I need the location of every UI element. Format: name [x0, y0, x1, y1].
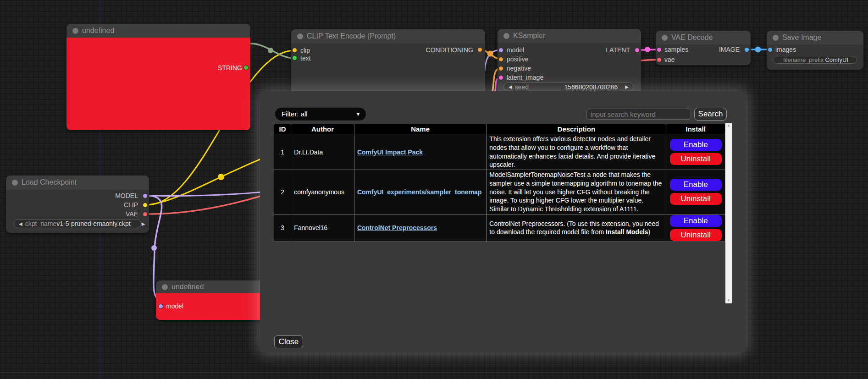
output-port-model[interactable]: [143, 193, 148, 198]
output-port-string[interactable]: [243, 65, 249, 70]
cell-author: Fannovel16: [291, 214, 354, 242]
node-load-checkpoint[interactable]: Load Checkpoint MODEL CLIP VAE ◀ ckpt_na…: [6, 176, 149, 233]
output-port-clip[interactable]: [143, 203, 148, 208]
seed-widget-value: 156680208700286: [564, 83, 618, 91]
node-title-bar[interactable]: VAE Decode: [656, 31, 751, 44]
output-slot-vae: VAE: [126, 210, 138, 218]
input-slot-positive: positive: [507, 55, 528, 63]
output-port-conditioning[interactable]: [477, 47, 482, 52]
scroll-down-icon[interactable]: ▼: [727, 298, 730, 303]
node-collapse-dot[interactable]: [662, 35, 668, 41]
extension-link[interactable]: ComfyUI Impact Pack: [357, 148, 423, 156]
node-vae-decode[interactable]: VAE Decode samples vae IMAGE: [656, 31, 751, 65]
output-port-vae[interactable]: [143, 212, 148, 217]
node-title-bar[interactable]: KSampler: [498, 29, 641, 43]
node-title-bar[interactable]: undefined: [66, 24, 250, 38]
node-collapse-dot[interactable]: [297, 33, 303, 39]
input-slot-model: model: [166, 302, 183, 310]
filter-dropdown[interactable]: Filter: all ▾: [275, 108, 366, 121]
table-header-row: ID Author Name Description Install: [274, 124, 725, 134]
input-port-model[interactable]: [498, 48, 503, 53]
ckpt-next-arrow[interactable]: ▶: [142, 221, 145, 226]
enable-button[interactable]: Enable: [670, 179, 722, 191]
filename-prefix-widget[interactable]: filename_prefix ComfyUI: [773, 56, 857, 64]
uninstall-button[interactable]: Uninstall: [670, 153, 722, 165]
input-slot-latent-image: latent_image: [507, 74, 543, 81]
cell-description: ModelSamplerTonemapNoiseTest a node that…: [487, 170, 666, 214]
input-slot-model: model: [507, 46, 524, 54]
input-slot-images: images: [775, 46, 796, 53]
header-name: Name: [354, 124, 486, 134]
header-author: Author: [291, 124, 354, 134]
node-undefined-top[interactable]: undefined STRING: [66, 24, 250, 130]
input-port-samples[interactable]: [657, 47, 662, 52]
input-slot-vae: vae: [664, 56, 675, 63]
node-title-bar[interactable]: Save Image: [767, 31, 863, 44]
output-port-image[interactable]: [744, 47, 749, 52]
input-port-negative[interactable]: [498, 66, 503, 71]
extensions-table: ID Author Name Description Install 1 Dr.…: [274, 124, 725, 242]
ckpt-prev-arrow[interactable]: ◀: [19, 221, 22, 226]
chevron-down-icon: ▾: [357, 108, 359, 121]
node-collapse-dot[interactable]: [773, 35, 779, 41]
cell-id: 2: [274, 170, 291, 214]
output-slot-clip: CLIP: [124, 201, 138, 209]
input-port-clip[interactable]: [292, 48, 297, 53]
node-title-bar[interactable]: Load Checkpoint: [6, 176, 149, 189]
input-port-model[interactable]: [158, 304, 163, 309]
output-port-latent[interactable]: [635, 48, 640, 53]
uninstall-button[interactable]: Uninstall: [670, 229, 722, 241]
scroll-up-icon[interactable]: ▲: [727, 123, 730, 128]
cell-id: 3: [274, 214, 291, 242]
input-port-vae[interactable]: [657, 57, 662, 62]
cell-id: 1: [274, 134, 291, 170]
extension-link[interactable]: ComfyUI_experiments/sampler_tonemap: [357, 188, 482, 196]
cell-description: ControlNet Preprocessors. (To use this e…: [487, 214, 666, 242]
input-slot-negative: negative: [507, 65, 531, 72]
node-title: KSampler: [513, 32, 545, 39]
input-port-positive[interactable]: [498, 57, 503, 62]
filename-prefix-value: ComfyUI: [825, 56, 848, 63]
search-input[interactable]: [586, 109, 691, 120]
node-ksampler[interactable]: KSampler model positive negative latent_…: [498, 29, 641, 98]
node-title: VAE Decode: [671, 33, 713, 41]
output-slot-conditioning: CONDITIONING: [426, 46, 473, 54]
seed-increment-arrow[interactable]: ▶: [625, 84, 629, 89]
node-title-bar[interactable]: CLIP Text Encode (Prompt): [291, 29, 485, 43]
seed-decrement-arrow[interactable]: ◀: [509, 84, 512, 89]
table-scrollbar[interactable]: ▲ ▼: [725, 123, 732, 303]
output-slot-image: IMAGE: [719, 46, 740, 53]
node-collapse-dot[interactable]: [162, 284, 168, 290]
input-port-latent-image[interactable]: [498, 75, 503, 80]
custom-nodes-manager-dialog: Filter: all ▾ Search ID Author Name Desc…: [260, 91, 746, 352]
uninstall-button[interactable]: Uninstall: [670, 193, 722, 205]
ckpt-name-widget[interactable]: ◀ ckpt_name v1-5-pruned-emaonly.ckpt ▶: [14, 219, 141, 228]
enable-button[interactable]: Enable: [670, 139, 722, 151]
cell-author: Dr.Lt.Data: [291, 134, 354, 170]
header-install: Install: [666, 124, 725, 134]
input-slot-samples: samples: [664, 46, 688, 53]
seed-widget[interactable]: ◀ seed 156680208700286 ▶: [503, 82, 634, 91]
input-port-images[interactable]: [768, 47, 773, 52]
cell-author: comfyanonymous: [291, 170, 354, 214]
node-save-image[interactable]: Save Image images filename_prefix ComfyU…: [767, 31, 863, 70]
cell-description: This extension offers various detector n…: [487, 134, 666, 170]
filename-prefix-label: filename_prefix: [783, 56, 824, 63]
close-button[interactable]: Close: [274, 335, 303, 348]
node-collapse-dot[interactable]: [72, 28, 78, 34]
header-description: Description: [487, 124, 666, 134]
output-slot-string: STRING: [66, 64, 242, 71]
input-slot-clip: clip: [300, 47, 310, 54]
node-collapse-dot[interactable]: [503, 33, 509, 39]
filter-selected-value: Filter: all: [282, 108, 308, 121]
seed-widget-label: seed: [515, 83, 529, 91]
extension-link[interactable]: ControlNet Preprocessors: [357, 224, 437, 231]
node-title: Save Image: [782, 33, 821, 41]
canvas-horizontal-guide: [0, 372, 868, 373]
output-slot-model: MODEL: [115, 192, 138, 199]
enable-button[interactable]: Enable: [670, 215, 722, 227]
node-collapse-dot[interactable]: [12, 180, 18, 186]
search-button[interactable]: Search: [694, 108, 727, 121]
header-id: ID: [274, 124, 291, 134]
input-port-text[interactable]: [292, 55, 297, 60]
